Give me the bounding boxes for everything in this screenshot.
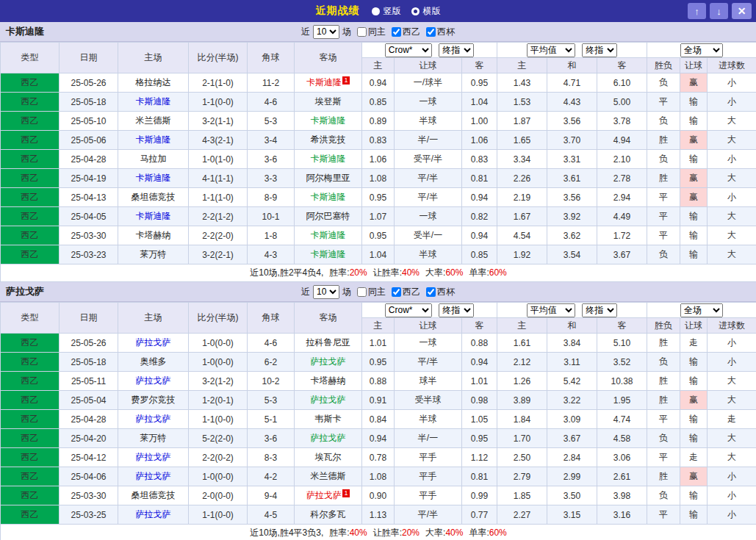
col-euro-away: 客 [597, 58, 647, 73]
asia-home-odds-cell: 0.95 [362, 226, 395, 245]
asia-away-odds-cell: 1.01 [462, 372, 497, 391]
euro-draw-odds-cell: 3.56 [547, 188, 597, 207]
asia-home-odds-cell: 1.13 [362, 505, 395, 525]
radio-vertical-layout[interactable]: 竖版 [372, 5, 401, 18]
league-checkbox[interactable]: 西乙 [392, 286, 420, 298]
team-label: 卡斯迪隆 [311, 154, 346, 164]
summary-record: 近10场,胜2平4负4, [250, 267, 323, 278]
team-label: 萨拉戈萨 [311, 356, 346, 367]
asia-home-odds-cell: 0.88 [362, 372, 395, 391]
asia-away-odds-cell: 1.12 [462, 448, 497, 467]
team-label: 奥维多 [140, 356, 167, 367]
team-label: 希洪竞技 [311, 134, 346, 145]
red-card-badge: 1 [342, 76, 350, 84]
asia-company-select[interactable]: Crow* [385, 303, 432, 317]
handicap-result-cell: 输 [680, 486, 708, 505]
league-cell: 西乙 [1, 131, 60, 150]
match-row: 西乙25-05-26萨拉戈萨1-0(0-0)4-6拉科鲁尼亚1.01一球0.88… [1, 334, 756, 353]
asia-final-odds-select[interactable]: 终指 [439, 43, 474, 57]
euro-company-select[interactable]: 平均值 [527, 303, 575, 317]
date-cell: 25-03-23 [60, 245, 118, 264]
goals-result-cell: 小 [708, 188, 756, 207]
asia-home-odds-cell: 0.94 [362, 73, 395, 93]
date-cell: 25-05-18 [60, 93, 118, 112]
stat-label: 胜率: [329, 528, 349, 538]
near-label: 近 [301, 286, 310, 298]
matches-table: 类型 日期 主场 比分(半场) 角球 客场 Crow* 终指 平均值 终指 全场 [0, 42, 756, 282]
euro-home-odds-cell: 2.19 [497, 188, 547, 207]
cup-checkbox-input[interactable] [426, 27, 436, 37]
team-name: 萨拉戈萨 [6, 285, 44, 298]
corners-cell: 10-2 [248, 372, 295, 391]
matches-table: 类型 日期 主场 比分(半场) 角球 客场 Crow* 终指 平均值 终指 全场 [0, 302, 756, 540]
away-team-cell: 希洪竞技 [295, 131, 362, 150]
same-home-checkbox-input[interactable] [357, 287, 367, 297]
team-name: 卡斯迪隆 [6, 25, 44, 38]
move-up-button[interactable]: ↑ [688, 3, 706, 19]
page-title: 近期战绩 [316, 4, 360, 18]
asia-away-odds-cell: 0.98 [462, 391, 497, 410]
euro-home-odds-cell: 1.87 [497, 112, 547, 131]
away-team-cell: 卡斯迪隆 [295, 226, 362, 245]
euro-draw-odds-cell: 3.11 [547, 353, 597, 372]
move-down-button[interactable]: ↓ [710, 3, 728, 19]
asia-final-odds-select[interactable]: 终指 [439, 303, 474, 317]
date-cell: 25-05-26 [60, 334, 118, 353]
same-home-checkbox[interactable]: 同主 [357, 26, 386, 38]
euro-final-odds-select[interactable]: 终指 [582, 303, 617, 317]
match-row: 西乙25-04-13桑坦德竞技1-1(1-0)8-9卡斯迪隆0.95平/半0.9… [1, 188, 756, 207]
euro-draw-odds-cell: 3.15 [547, 505, 597, 525]
euro-draw-odds-cell: 4.43 [547, 93, 597, 112]
score-cell: 3-2(1-1) [189, 112, 248, 131]
league-checkbox[interactable]: 西乙 [392, 26, 420, 38]
col-handicap-result: 让球 [680, 58, 708, 73]
asia-away-odds-cell: 1.04 [462, 93, 497, 112]
radio-horizontal-label: 横版 [423, 5, 441, 18]
radio-circle-icon[interactable] [411, 7, 420, 15]
same-home-checkbox-input[interactable] [357, 27, 367, 37]
summary-row: 近10场,胜4平3负3,胜率:40%让胜率:20%大率:40%单率:60% [1, 525, 756, 540]
radio-circle-icon[interactable] [372, 7, 380, 15]
date-cell: 25-04-05 [60, 207, 118, 226]
team-label: 阿尔梅里亚 [306, 173, 350, 183]
match-row: 西乙25-03-25萨拉戈萨1-1(0-0)4-5科尔多瓦1.13平/半0.77… [1, 505, 756, 525]
league-checkbox-input[interactable] [392, 27, 401, 37]
league-label: 西乙 [403, 26, 420, 38]
euro-away-odds-cell: 5.10 [597, 334, 647, 353]
euro-draw-odds-cell: 3.09 [547, 410, 597, 429]
close-button[interactable]: ✕ [732, 3, 752, 19]
match-count-select[interactable]: 10 [313, 25, 339, 39]
handicap-result-cell: 走 [680, 334, 708, 353]
same-home-checkbox[interactable]: 同主 [357, 286, 386, 298]
cup-label: 西杯 [437, 26, 455, 38]
league-cell: 西乙 [1, 245, 60, 264]
cup-checkbox-input[interactable] [426, 287, 436, 297]
away-team-cell: 科尔多瓦 [295, 505, 362, 525]
scope-select[interactable]: 全场 [680, 43, 723, 57]
score-cell: 2-2(1-2) [189, 207, 248, 226]
league-checkbox-input[interactable] [392, 287, 401, 297]
goals-result-cell: 大 [708, 448, 756, 467]
handicap-result-cell: 赢 [680, 188, 708, 207]
score-cell: 1-0(0-0) [189, 467, 248, 486]
cup-checkbox[interactable]: 西杯 [426, 26, 455, 38]
section-header: 卡斯迪隆 近 10 场 同主 西乙 西杯 [0, 22, 756, 42]
asia-company-select[interactable]: Crow* [385, 43, 432, 57]
team-label: 韦斯卡 [315, 414, 342, 424]
goals-result-cell: 大 [708, 112, 756, 131]
cup-checkbox[interactable]: 西杯 [426, 286, 455, 298]
euro-home-odds-cell: 2.12 [497, 353, 547, 372]
corners-cell: 4-5 [248, 505, 295, 525]
euro-final-odds-select[interactable]: 终指 [582, 43, 617, 57]
home-team-cell: 桑坦德竞技 [118, 188, 189, 207]
away-team-cell: 卡斯迪隆 [295, 150, 362, 169]
handicap-result-cell: 输 [680, 245, 708, 264]
match-row: 西乙25-04-28萨拉戈萨1-1(0-0)5-1韦斯卡0.84半球1.051.… [1, 410, 756, 429]
red-card-badge: 1 [342, 489, 350, 497]
euro-company-select[interactable]: 平均值 [527, 43, 575, 57]
stat-label: 大率: [425, 267, 445, 278]
scope-select[interactable]: 全场 [680, 303, 723, 317]
euro-away-odds-cell: 4.49 [597, 207, 647, 226]
match-count-select[interactable]: 10 [313, 285, 339, 299]
radio-horizontal-layout[interactable]: 横版 [411, 5, 441, 18]
